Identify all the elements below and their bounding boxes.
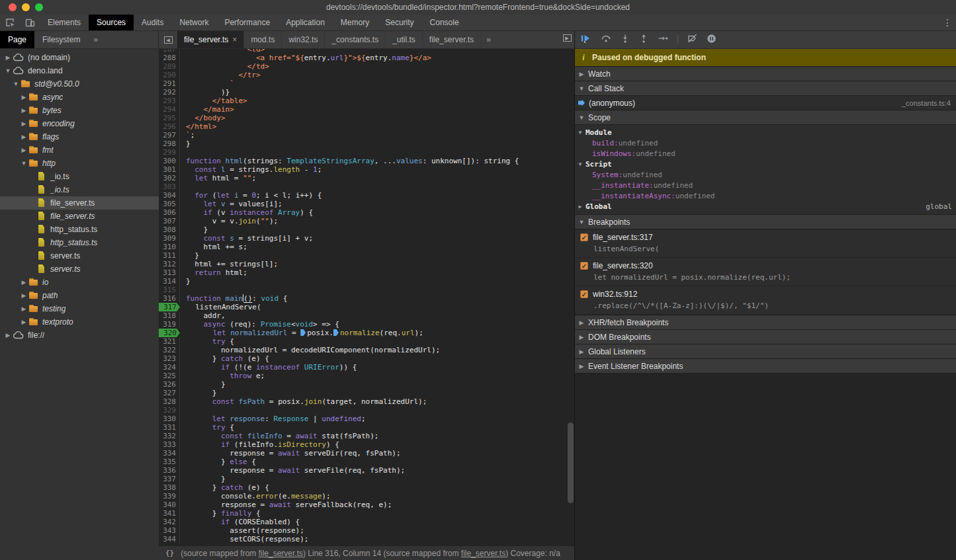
- line-number[interactable]: 326: [159, 380, 180, 389]
- line-number[interactable]: 338: [159, 483, 180, 492]
- tab-audits[interactable]: Audits: [134, 15, 171, 30]
- code-line[interactable]: 325 throw e;: [159, 372, 574, 380]
- close-tab-icon[interactable]: ×: [232, 35, 237, 44]
- tab-performance[interactable]: Performance: [216, 15, 278, 30]
- scope-group-global[interactable]: ▶Globalglobal: [575, 201, 956, 212]
- code-line[interactable]: 322 normalizedUrl = decodeURIComponent(n…: [159, 346, 574, 354]
- breakpoint-code-snippet[interactable]: listenAndServe(: [593, 245, 951, 253]
- line-number[interactable]: 296: [159, 122, 180, 131]
- line-number[interactable]: 318: [159, 311, 180, 320]
- editor-tab[interactable]: mod.ts: [244, 31, 282, 48]
- tab-application[interactable]: Application: [278, 15, 333, 30]
- breakpoint-code-snippet[interactable]: .replace(/^\/*([A-Za-z]:)(\/|$)/, "$1/"): [593, 301, 951, 310]
- code-line[interactable]: 287 <td>: [159, 49, 574, 54]
- code-line[interactable]: 337 }: [159, 475, 574, 483]
- tree-expander-icon[interactable]: ▼: [20, 160, 28, 167]
- code-line[interactable]: 288 <a href="${entry.url}">${entry.name}…: [159, 54, 574, 62]
- line-number[interactable]: 341: [159, 509, 180, 518]
- breakpoint-code-snippet[interactable]: let normalizedUrl = posix.normalize(req.…: [593, 273, 951, 282]
- breakpoint-line-number[interactable]: 317: [159, 303, 180, 311]
- code-line[interactable]: 311 }: [159, 251, 574, 260]
- line-number[interactable]: 315: [159, 286, 180, 294]
- line-number[interactable]: 301: [159, 165, 180, 174]
- tab-sources[interactable]: Sources: [89, 15, 134, 30]
- tree-item-deno-land[interactable]: ▼deno.land: [0, 64, 159, 77]
- tree-item-http-status-ts[interactable]: http_status.ts: [0, 223, 159, 236]
- code-line[interactable]: 330 let response: Response | undefined;: [159, 415, 574, 423]
- line-number[interactable]: 300: [159, 157, 180, 165]
- code-line[interactable]: 321 try {: [159, 337, 574, 346]
- code-line[interactable]: 302 let html = "";: [159, 174, 574, 182]
- line-number[interactable]: 337: [159, 475, 180, 483]
- line-number[interactable]: 307: [159, 217, 180, 225]
- tab-elements[interactable]: Elements: [40, 15, 89, 30]
- tree-item-textproto[interactable]: ▶textproto: [0, 315, 159, 329]
- tree-item--io-ts[interactable]: _io.ts: [0, 170, 159, 183]
- tab-memory[interactable]: Memory: [333, 15, 377, 30]
- line-number[interactable]: 321: [159, 337, 180, 346]
- line-number[interactable]: 289: [159, 62, 180, 71]
- scope-property[interactable]: __instantiate: undefined: [575, 180, 956, 190]
- code-line[interactable]: 295 </body>: [159, 114, 574, 122]
- tree-expander-icon[interactable]: ▶: [20, 120, 28, 127]
- tree-item-flags[interactable]: ▶flags: [0, 130, 159, 143]
- hide-navigator-icon[interactable]: ◀: [159, 31, 177, 48]
- line-number[interactable]: 299: [159, 148, 180, 157]
- code-line[interactable]: 319 async (req): Promise<void> => {: [159, 320, 574, 329]
- editor-more-tabs-icon[interactable]: »: [481, 31, 496, 48]
- line-number[interactable]: 309: [159, 234, 180, 243]
- tree-expander-icon[interactable]: ▶: [20, 279, 28, 286]
- step-out-icon[interactable]: [639, 34, 648, 46]
- code-line[interactable]: 332 const fileInfo = await stat(fsPath);: [159, 432, 574, 440]
- line-number[interactable]: 303: [159, 182, 180, 191]
- pretty-print-button[interactable]: {}: [159, 549, 181, 557]
- code-line[interactable]: 290 </tr>: [159, 71, 574, 79]
- sidebar-tab-filesystem[interactable]: Filesystem: [34, 31, 88, 48]
- line-number[interactable]: 329: [159, 406, 180, 415]
- code-line[interactable]: 304 for (let i = 0; i < l; i++) {: [159, 191, 574, 200]
- tree-item-path[interactable]: ▶path: [0, 289, 159, 302]
- code-line[interactable]: 339 console.error(e.message);: [159, 492, 574, 500]
- code-line[interactable]: 328 const fsPath = posix.join(target, no…: [159, 397, 574, 406]
- line-number[interactable]: 302: [159, 174, 180, 182]
- tree-item-io[interactable]: ▶io: [0, 276, 159, 289]
- tab-network[interactable]: Network: [171, 15, 216, 30]
- line-number[interactable]: 314: [159, 277, 180, 286]
- code-line[interactable]: 326 }: [159, 380, 574, 389]
- device-toolbar-icon[interactable]: [20, 15, 40, 30]
- line-number[interactable]: 343: [159, 526, 180, 535]
- source-map-link[interactable]: file_server.ts: [461, 549, 505, 558]
- breakpoint-entry[interactable]: ✓file_server.ts:320let normalizedUrl = p…: [575, 258, 956, 286]
- tree-item-async[interactable]: ▶async: [0, 91, 159, 104]
- tree-item-server-ts[interactable]: server.ts: [0, 262, 159, 276]
- line-number[interactable]: 311: [159, 251, 180, 260]
- tree-expander-icon[interactable]: ▶: [4, 332, 12, 339]
- show-drawer-icon[interactable]: ▶: [558, 34, 576, 42]
- tree-item--no-domain-[interactable]: ▶(no domain): [0, 51, 159, 64]
- editor-tab[interactable]: file_server.ts: [423, 31, 481, 48]
- line-number[interactable]: 331: [159, 423, 180, 432]
- code-line[interactable]: 318 addr,: [159, 311, 574, 320]
- tab-console[interactable]: Console: [422, 15, 467, 30]
- line-number[interactable]: 305: [159, 200, 180, 208]
- code-line[interactable]: 307 v = v.join("");: [159, 217, 574, 225]
- line-number[interactable]: 322: [159, 346, 180, 354]
- code-line[interactable]: 329: [159, 406, 574, 415]
- tree-expander-icon[interactable]: ▶: [20, 292, 28, 299]
- code-line[interactable]: 305 let v = values[i];: [159, 200, 574, 208]
- line-number[interactable]: 328: [159, 397, 180, 406]
- breakpoint-checkbox[interactable]: ✓: [580, 262, 588, 270]
- line-number[interactable]: 306: [159, 208, 180, 217]
- tree-expander-icon[interactable]: ▼: [4, 67, 12, 74]
- section-xhr-fetch-breakpoints[interactable]: ▶XHR/fetch Breakpoints: [575, 315, 956, 330]
- line-number[interactable]: 344: [159, 535, 180, 543]
- tree-item-file-server-ts[interactable]: file_server.ts: [0, 210, 159, 223]
- code-line[interactable]: 324 if (!(e instanceof URIError)) {: [159, 363, 574, 372]
- code-line[interactable]: 331 try {: [159, 423, 574, 432]
- section-event-listener-breakpoints[interactable]: ▶Event Listener Breakpoints: [575, 359, 956, 374]
- line-number[interactable]: 292: [159, 88, 180, 97]
- line-number[interactable]: 316: [159, 294, 180, 303]
- line-number[interactable]: 319: [159, 320, 180, 329]
- code-line[interactable]: 338 } catch (e) {: [159, 483, 574, 492]
- step-over-icon[interactable]: [601, 34, 611, 46]
